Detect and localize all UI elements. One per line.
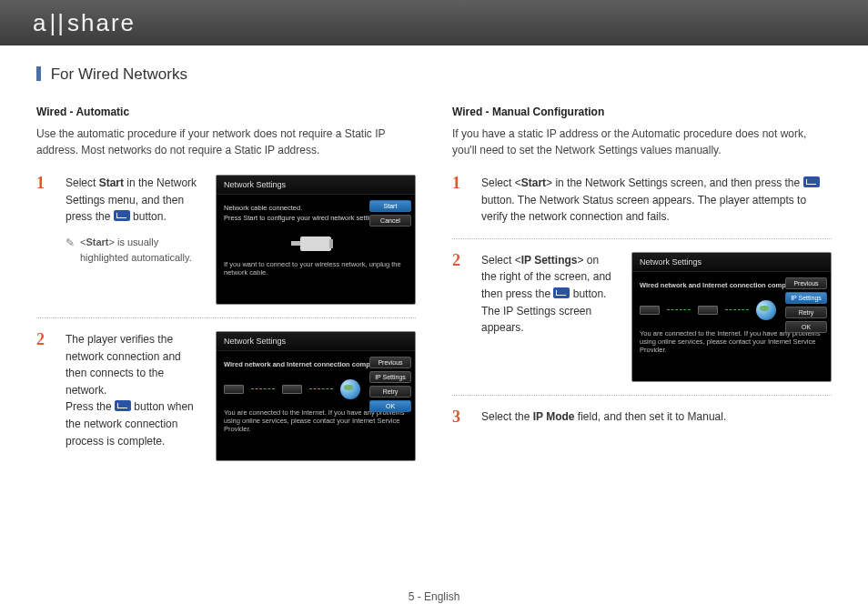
bold-start: Start (86, 237, 108, 247)
left-step1-body: Select Start in the Network Settings men… (66, 175, 201, 266)
screenshot-network-settings-3: Network Settings Wired network and Inter… (631, 252, 832, 382)
screenshot-retry-button: Retry (785, 307, 827, 318)
hub-icon (698, 306, 718, 315)
screenshot-network-settings-2: Network Settings Wired network and Inter… (216, 331, 416, 461)
enter-button-icon (114, 210, 130, 221)
text: Select (66, 176, 99, 189)
screenshot-retry-button: Retry (369, 386, 411, 398)
divider (452, 238, 832, 239)
left-step1-note: ✎ <Start> is usually highlighted automat… (66, 235, 201, 266)
right-intro: If you have a static IP address or the A… (452, 126, 832, 158)
section-title: For Wired Networks (36, 65, 832, 84)
divider (36, 317, 416, 318)
text: Select < (481, 254, 521, 267)
dash-icon (251, 388, 275, 389)
globe-icon (756, 300, 776, 320)
screenshot-ipsettings-button: IP Settings (369, 371, 411, 383)
text: Select < (481, 176, 521, 189)
page-number: 5 - English (0, 590, 868, 603)
left-heading: Wired - Automatic (36, 106, 416, 118)
enter-button-icon (115, 400, 131, 411)
globe-icon (340, 379, 360, 399)
screenshot-previous-button: Previous (785, 277, 827, 289)
right-column: Wired - Manual Configuration If you have… (452, 106, 832, 462)
dash-icon (725, 309, 749, 310)
step-number: 2 (452, 252, 469, 337)
note-icon: ✎ (66, 235, 75, 266)
screenshot-network-settings-1: Network Settings Network cable connected… (216, 175, 416, 305)
dash-icon (309, 388, 333, 389)
text: Select the (481, 410, 533, 423)
left-column: Wired - Automatic Use the automatic proc… (36, 106, 416, 462)
logo-text-left: a (33, 9, 47, 37)
screenshot-hint: If you want to connect to your wireless … (224, 260, 408, 277)
logo-text-right: share (67, 9, 136, 37)
screenshot-previous-button: Previous (369, 357, 411, 368)
screenshot-title: Network Settings (217, 176, 415, 195)
bold-ipmode: IP Mode (533, 410, 575, 423)
bold-start: Start (521, 176, 546, 189)
bold-start: Start (99, 176, 124, 189)
screenshot-ok-button: OK (369, 400, 411, 412)
right-step3-body: Select the IP Mode field, and then set i… (481, 408, 832, 426)
page-content: For Wired Networks Wired - Automatic Use… (0, 45, 868, 462)
screenshot-title: Network Settings (632, 253, 831, 272)
enter-button-icon (553, 287, 570, 298)
screenshot-title: Network Settings (217, 332, 415, 351)
bold-ipsettings: IP Settings (521, 254, 578, 267)
right-step2-body: Select <IP Settings> on the right of the… (481, 252, 617, 337)
left-intro: Use the automatic procedure if your netw… (36, 126, 416, 158)
screenshot-cancel-button: Cancel (369, 215, 411, 226)
screenshot-ok-button: OK (785, 321, 827, 333)
text: Press the (66, 400, 115, 413)
step-number: 3 (452, 408, 469, 426)
screenshot-ipsettings-button: IP Settings (785, 292, 827, 304)
router-icon (640, 306, 660, 315)
text: > in the Network Settings screen, and th… (546, 176, 803, 189)
hub-icon (282, 385, 302, 394)
text: field, and then set it to Manual. (575, 410, 727, 423)
section-title-text: For Wired Networks (51, 65, 187, 83)
right-step1-body: Select <Start> in the Network Settings s… (481, 175, 832, 226)
screenshot-start-button: Start (369, 200, 411, 212)
note-text: <Start> is usually highlighted automatic… (80, 235, 201, 266)
right-heading: Wired - Manual Configuration (452, 106, 832, 118)
brand-logo: a || share (33, 9, 136, 37)
header-bar: a || share (0, 0, 868, 45)
text: button. (130, 210, 167, 223)
step-number: 1 (452, 175, 469, 226)
router-icon (224, 385, 244, 394)
step-number: 1 (36, 175, 53, 266)
dash-icon (667, 309, 691, 310)
section-title-bar-icon (36, 66, 41, 81)
step-number: 2 (36, 331, 53, 449)
plug-icon (300, 237, 331, 251)
logo-slashes-icon: || (49, 9, 66, 37)
divider (452, 395, 832, 396)
left-step2-body: The player verifies the network connecti… (66, 331, 201, 449)
text: The player verifies the network connecti… (66, 333, 181, 397)
text: button. The Network Status screen appear… (481, 194, 806, 224)
enter-button-icon (803, 176, 820, 187)
